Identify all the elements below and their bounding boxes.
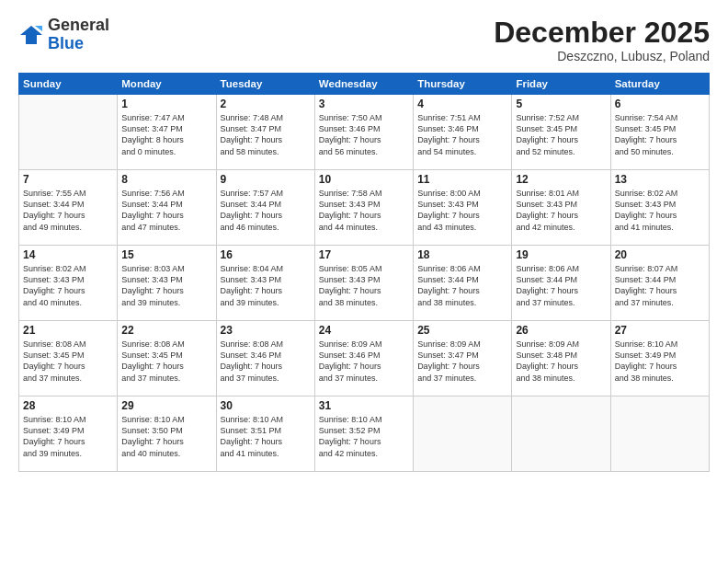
day-info: Sunrise: 8:04 AMSunset: 3:43 PMDaylight:… (221, 263, 311, 308)
header-sunday: Sunday (19, 74, 118, 95)
day-number: 23 (221, 324, 311, 337)
day-info: Sunrise: 7:47 AMSunset: 3:47 PMDaylight:… (121, 112, 211, 157)
day-number: 21 (23, 324, 113, 337)
calendar-cell: 16Sunrise: 8:04 AMSunset: 3:43 PMDayligh… (216, 246, 314, 321)
day-number: 19 (516, 248, 606, 261)
page-header: General Blue December 2025 Deszczno, Lub… (18, 17, 710, 63)
calendar-cell (414, 396, 512, 472)
calendar-cell: 22Sunrise: 8:08 AMSunset: 3:45 PMDayligh… (118, 321, 216, 396)
day-info: Sunrise: 8:06 AMSunset: 3:44 PMDaylight:… (417, 263, 507, 308)
day-info: Sunrise: 8:10 AMSunset: 3:49 PMDaylight:… (23, 414, 113, 459)
day-info: Sunrise: 7:51 AMSunset: 3:46 PMDaylight:… (417, 112, 507, 157)
calendar-cell: 8Sunrise: 7:56 AMSunset: 3:44 PMDaylight… (118, 170, 216, 246)
day-number: 10 (319, 173, 409, 186)
day-info: Sunrise: 7:48 AMSunset: 3:47 PMDaylight:… (221, 112, 311, 157)
day-number: 11 (417, 173, 507, 186)
day-number: 1 (121, 98, 211, 110)
day-info: Sunrise: 7:57 AMSunset: 3:44 PMDaylight:… (221, 188, 311, 233)
day-info: Sunrise: 8:07 AMSunset: 3:44 PMDaylight:… (615, 263, 705, 308)
day-number: 13 (615, 173, 705, 186)
day-number: 7 (23, 173, 113, 186)
calendar-cell (610, 396, 709, 472)
logo: General Blue (18, 17, 109, 53)
calendar-cell: 26Sunrise: 8:09 AMSunset: 3:48 PMDayligh… (512, 321, 610, 396)
day-info: Sunrise: 7:58 AMSunset: 3:43 PMDaylight:… (319, 188, 409, 233)
calendar-cell: 7Sunrise: 7:55 AMSunset: 3:44 PMDaylight… (19, 170, 118, 246)
calendar-cell: 15Sunrise: 8:03 AMSunset: 3:43 PMDayligh… (118, 246, 216, 321)
calendar-cell (512, 396, 610, 472)
day-info: Sunrise: 8:09 AMSunset: 3:48 PMDaylight:… (516, 339, 606, 384)
calendar-cell: 18Sunrise: 8:06 AMSunset: 3:44 PMDayligh… (414, 246, 512, 321)
day-info: Sunrise: 8:00 AMSunset: 3:43 PMDaylight:… (417, 188, 507, 233)
header-friday: Friday (512, 74, 610, 95)
calendar-cell: 29Sunrise: 8:10 AMSunset: 3:50 PMDayligh… (118, 396, 216, 472)
day-number: 22 (121, 324, 211, 337)
calendar-cell: 25Sunrise: 8:09 AMSunset: 3:47 PMDayligh… (414, 321, 512, 396)
calendar-cell: 9Sunrise: 7:57 AMSunset: 3:44 PMDaylight… (216, 170, 314, 246)
day-info: Sunrise: 8:03 AMSunset: 3:43 PMDaylight:… (121, 263, 211, 308)
day-number: 14 (23, 248, 113, 261)
calendar-cell: 6Sunrise: 7:54 AMSunset: 3:45 PMDaylight… (610, 95, 709, 170)
calendar-cell: 31Sunrise: 8:10 AMSunset: 3:52 PMDayligh… (314, 396, 413, 472)
day-info: Sunrise: 8:08 AMSunset: 3:45 PMDaylight:… (121, 339, 211, 384)
calendar-row-3: 21Sunrise: 8:08 AMSunset: 3:45 PMDayligh… (19, 321, 710, 396)
calendar-cell: 19Sunrise: 8:06 AMSunset: 3:44 PMDayligh… (512, 246, 610, 321)
calendar-cell: 21Sunrise: 8:08 AMSunset: 3:45 PMDayligh… (19, 321, 118, 396)
calendar-cell: 17Sunrise: 8:05 AMSunset: 3:43 PMDayligh… (314, 246, 413, 321)
calendar-table: SundayMondayTuesdayWednesdayThursdayFrid… (18, 73, 710, 472)
day-number: 28 (23, 399, 113, 412)
day-info: Sunrise: 8:02 AMSunset: 3:43 PMDaylight:… (23, 263, 113, 308)
day-number: 30 (221, 399, 311, 412)
day-info: Sunrise: 7:55 AMSunset: 3:44 PMDaylight:… (23, 188, 113, 233)
day-number: 9 (221, 173, 311, 186)
header-monday: Monday (118, 74, 216, 95)
calendar-cell: 13Sunrise: 8:02 AMSunset: 3:43 PMDayligh… (610, 170, 709, 246)
calendar-row-4: 28Sunrise: 8:10 AMSunset: 3:49 PMDayligh… (19, 396, 710, 472)
calendar-row-2: 14Sunrise: 8:02 AMSunset: 3:43 PMDayligh… (19, 246, 710, 321)
calendar-row-1: 7Sunrise: 7:55 AMSunset: 3:44 PMDaylight… (19, 170, 710, 246)
day-info: Sunrise: 8:10 AMSunset: 3:50 PMDaylight:… (121, 414, 211, 459)
calendar-cell: 2Sunrise: 7:48 AMSunset: 3:47 PMDaylight… (216, 95, 314, 170)
day-info: Sunrise: 7:52 AMSunset: 3:45 PMDaylight:… (516, 112, 606, 157)
calendar-cell: 20Sunrise: 8:07 AMSunset: 3:44 PMDayligh… (610, 246, 709, 321)
day-info: Sunrise: 8:09 AMSunset: 3:46 PMDaylight:… (319, 339, 409, 384)
calendar-cell: 5Sunrise: 7:52 AMSunset: 3:45 PMDaylight… (512, 95, 610, 170)
day-info: Sunrise: 8:02 AMSunset: 3:43 PMDaylight:… (615, 188, 705, 233)
day-number: 16 (221, 248, 311, 261)
day-info: Sunrise: 8:05 AMSunset: 3:43 PMDaylight:… (319, 263, 409, 308)
calendar-cell: 23Sunrise: 8:08 AMSunset: 3:46 PMDayligh… (216, 321, 314, 396)
day-number: 17 (319, 248, 409, 261)
day-info: Sunrise: 8:10 AMSunset: 3:52 PMDaylight:… (319, 414, 409, 459)
title-block: December 2025 Deszczno, Lubusz, Poland (494, 17, 710, 63)
day-number: 27 (615, 324, 705, 337)
calendar-cell: 24Sunrise: 8:09 AMSunset: 3:46 PMDayligh… (314, 321, 413, 396)
day-number: 12 (516, 173, 606, 186)
header-tuesday: Tuesday (216, 74, 314, 95)
day-number: 24 (319, 324, 409, 337)
calendar-subtitle: Deszczno, Lubusz, Poland (494, 49, 710, 63)
calendar-cell (19, 95, 118, 170)
day-info: Sunrise: 8:01 AMSunset: 3:43 PMDaylight:… (516, 188, 606, 233)
day-number: 20 (615, 248, 705, 261)
calendar-cell: 14Sunrise: 8:02 AMSunset: 3:43 PMDayligh… (19, 246, 118, 321)
day-info: Sunrise: 8:09 AMSunset: 3:47 PMDaylight:… (417, 339, 507, 384)
calendar-cell: 12Sunrise: 8:01 AMSunset: 3:43 PMDayligh… (512, 170, 610, 246)
header-wednesday: Wednesday (314, 74, 413, 95)
calendar-cell: 27Sunrise: 8:10 AMSunset: 3:49 PMDayligh… (610, 321, 709, 396)
day-info: Sunrise: 8:08 AMSunset: 3:46 PMDaylight:… (221, 339, 311, 384)
calendar-cell: 11Sunrise: 8:00 AMSunset: 3:43 PMDayligh… (414, 170, 512, 246)
day-number: 26 (516, 324, 606, 337)
day-info: Sunrise: 7:54 AMSunset: 3:45 PMDaylight:… (615, 112, 705, 157)
logo-text: General Blue (48, 17, 109, 53)
header-saturday: Saturday (610, 74, 709, 95)
day-number: 8 (121, 173, 211, 186)
day-info: Sunrise: 8:06 AMSunset: 3:44 PMDaylight:… (516, 263, 606, 308)
day-info: Sunrise: 8:10 AMSunset: 3:49 PMDaylight:… (615, 339, 705, 384)
calendar-cell: 4Sunrise: 7:51 AMSunset: 3:46 PMDaylight… (414, 95, 512, 170)
day-number: 15 (121, 248, 211, 261)
calendar-cell: 3Sunrise: 7:50 AMSunset: 3:46 PMDaylight… (314, 95, 413, 170)
day-info: Sunrise: 7:50 AMSunset: 3:46 PMDaylight:… (319, 112, 409, 157)
calendar-title: December 2025 (494, 17, 710, 49)
day-number: 29 (121, 399, 211, 412)
day-number: 4 (417, 98, 507, 110)
